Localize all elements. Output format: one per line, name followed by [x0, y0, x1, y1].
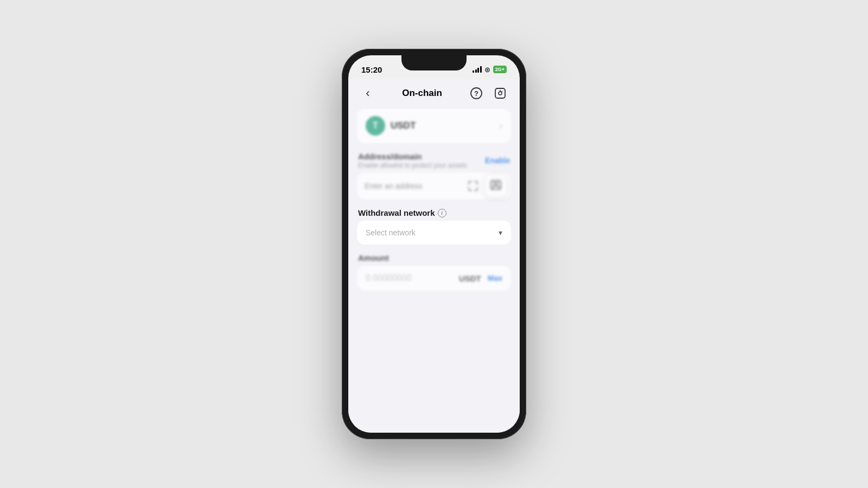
amount-right: USDT Max: [459, 274, 502, 283]
page-content: ‹ On-chain ?: [348, 79, 520, 433]
wifi-icon: ⊛: [484, 66, 490, 74]
amount-value: 0.00000000: [366, 273, 412, 283]
svg-rect-2: [495, 88, 505, 98]
network-section-header: Withdrawal network i: [357, 208, 511, 217]
network-select-dropdown[interactable]: Select network ▾: [357, 221, 511, 245]
history-icon: [494, 87, 506, 99]
svg-text:?: ?: [474, 89, 478, 98]
page-title: On-chain: [402, 88, 442, 99]
amount-input-container: 0.00000000 USDT Max: [357, 266, 511, 291]
scroll-area[interactable]: T USDT › Address/domain Enable allowlist…: [348, 108, 520, 433]
svg-point-7: [494, 183, 497, 186]
header-actions: ?: [468, 85, 509, 102]
contacts-icon: [490, 179, 502, 194]
amount-section: Amount 0.00000000 USDT Max: [357, 253, 511, 291]
history-button[interactable]: [492, 85, 509, 102]
network-chevron-icon: ▾: [499, 228, 502, 237]
scan-icon[interactable]: [465, 178, 481, 194]
svg-line-5: [501, 91, 502, 92]
battery-badge: 2G+: [493, 66, 507, 73]
amount-section-title: Amount: [358, 253, 389, 262]
network-section: Withdrawal network i Select network ▾: [357, 208, 511, 245]
help-icon: ?: [470, 87, 482, 99]
status-icons: ⊛ 2G+: [473, 66, 507, 74]
token-logo: T: [366, 116, 385, 136]
address-section-header: Address/domain Enable allowlist to prote…: [357, 152, 511, 169]
network-section-title: Withdrawal network: [358, 208, 435, 217]
max-button[interactable]: Max: [488, 274, 502, 282]
back-arrow-icon: ‹: [366, 86, 369, 100]
status-time: 15:20: [361, 65, 382, 74]
enable-button[interactable]: Enable: [485, 156, 510, 165]
address-input-container: [357, 172, 511, 200]
signal-icon: [473, 66, 482, 73]
back-button[interactable]: ‹: [359, 86, 376, 100]
token-logo-letter: T: [373, 121, 378, 131]
amount-section-header: Amount: [357, 253, 511, 262]
network-select-placeholder: Select network: [366, 228, 416, 237]
address-section: Address/domain Enable allowlist to prote…: [357, 152, 511, 200]
address-section-subtitle: Enable allowlist to protect your assets: [358, 162, 467, 169]
amount-currency: USDT: [459, 274, 481, 283]
token-chevron-icon: ›: [500, 121, 502, 131]
token-name: USDT: [391, 120, 416, 131]
address-input[interactable]: [365, 182, 461, 190]
address-section-title: Address/domain: [358, 152, 467, 161]
phone-notch: [401, 55, 467, 70]
page-header: ‹ On-chain ?: [348, 79, 520, 108]
address-section-title-group: Address/domain Enable allowlist to prote…: [358, 152, 467, 169]
contacts-button[interactable]: [485, 175, 507, 197]
token-left: T USDT: [366, 116, 416, 136]
help-button[interactable]: ?: [468, 85, 485, 102]
token-card[interactable]: T USDT ›: [357, 108, 511, 143]
network-info-icon[interactable]: i: [438, 209, 446, 217]
